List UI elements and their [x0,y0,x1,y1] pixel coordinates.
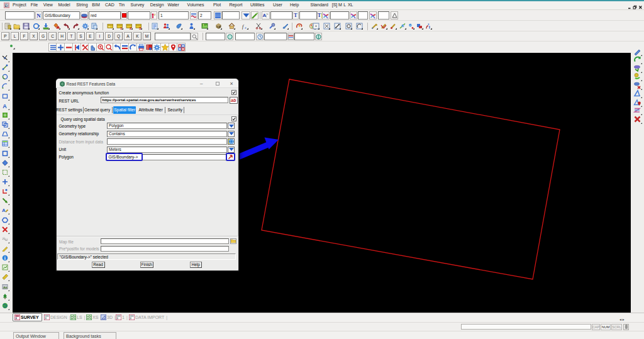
svg-text:i: i [4,255,6,261]
svg-text:x: x [244,26,247,30]
svg-text:z: z [154,13,156,16]
svg-text:A: A [3,103,7,109]
svg-text:A: A [2,208,6,213]
